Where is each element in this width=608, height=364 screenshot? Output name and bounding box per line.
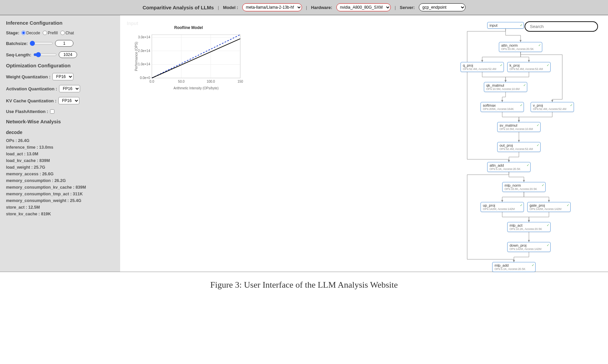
node-title: k_proj (510, 63, 548, 67)
node-title: q_proj (463, 63, 502, 67)
node-sub: OPs:205K, Access:164K (483, 107, 522, 111)
metric-line: memory_consumption : 26.2G (6, 178, 114, 183)
graph-node-gate_proj[interactable]: ✓gate_projOPs:142M, Access:142M (527, 202, 571, 212)
graph-node-softmax[interactable]: ✓softmaxOPs:205K, Access:164K (481, 102, 524, 112)
graph-node-q_proj[interactable]: ✓q_projOPs:52.4M, Access:52.4M (461, 62, 504, 72)
stage-label: Stage: (6, 30, 19, 35)
metric-line: store_kv_cache : 819K (6, 212, 114, 216)
flashattention-label: Use FlashAttention : (6, 109, 48, 114)
metric-line: OPs : 26.4G (6, 138, 114, 143)
node-sub: OPs:52.4M, Access:52.4M (463, 67, 502, 71)
node-sub: OPs:52.4M, Access:52.4M (500, 147, 538, 151)
node-title: out_proj (500, 143, 538, 147)
hardware-select[interactable]: nvidia_A800_80G_SXM (336, 3, 391, 11)
graph-node-mlp_add[interactable]: ✓mlp_addOPs:5.1K, Access:20.5K (492, 262, 536, 272)
weight-quant-select[interactable]: FP16 (52, 73, 73, 80)
inference-config-title: Inference Configuration (6, 20, 114, 26)
node-title: qk_matmul (486, 83, 525, 87)
sidebar: Inference Configuration Stage: Decode Pr… (0, 15, 120, 272)
svg-text:100.0: 100.0 (207, 80, 215, 83)
separator: | (306, 5, 307, 10)
graph-node-mlp_act[interactable]: ✓mlp_actOPs:10.2K, Access:20.5K (507, 222, 551, 232)
node-title: down_proj (510, 243, 548, 247)
stage-decode-radio[interactable] (21, 31, 26, 35)
graph-node-out_proj[interactable]: ✓out_projOPs:52.4M, Access:52.4M (497, 142, 541, 152)
check-icon: ✓ (547, 223, 549, 227)
chart-svg: 0.050.0100.01500.0e+01.0e+142.0e+143.0e+… (133, 31, 244, 91)
node-title: mlp_add (495, 263, 533, 267)
graph-node-attn_norm[interactable]: ✓attn_normOPs:33.8K, Access:20.5K (499, 42, 542, 52)
metric-line: memory_consumption_kv_cache : 839M (6, 185, 114, 190)
check-icon: ✓ (500, 63, 503, 67)
kvcache-quant-label: KV Cache Quantization : (6, 98, 56, 103)
metric-line: store_act : 12.5M (6, 205, 114, 210)
node-sub: OPs:142M, Access:142M (483, 207, 522, 211)
activation-quant-label: Activation Quantization : (6, 86, 57, 91)
check-icon: ✓ (538, 43, 541, 47)
node-sub: OPs:33.8K, Access:20.5K (501, 47, 540, 51)
check-icon: ✓ (527, 163, 529, 167)
node-title: attn_add (490, 163, 528, 167)
activation-quant-select[interactable]: FP16 (59, 85, 80, 92)
check-icon: ✓ (537, 143, 539, 147)
graph-node-v_proj[interactable]: ✓v_projOPs:52.4M, Access:52.4M (531, 102, 574, 112)
node-sub: OPs:10.5M, Access:10.6M (500, 127, 538, 131)
metric-line: inference_time : 13.0ms (6, 145, 114, 150)
seqlen-slider[interactable] (33, 52, 57, 57)
opt-config-title: Optimization Configuration (6, 63, 114, 68)
model-label: Model : (223, 5, 238, 10)
node-title: sv_matmul (500, 123, 538, 127)
graph-node-k_proj[interactable]: ✓k_projOPs:52.4M, Access:52.4M (507, 62, 551, 72)
weight-quant-label: Weight Quantization : (6, 74, 50, 79)
node-sub: OPs:33.8K, Access:20.5K (505, 187, 543, 191)
graph-node-input[interactable]: ✓input (487, 22, 524, 29)
check-icon: ✓ (520, 23, 523, 27)
batchsize-slider[interactable] (30, 41, 53, 46)
node-sub: OPs:10.2K, Access:20.5K (510, 227, 548, 231)
node-sub: OPs:52.4M, Access:52.4M (533, 107, 572, 111)
graph-node-attn_add[interactable]: ✓attn_addOPs:5.1K, Access:20.5K (487, 162, 531, 172)
seqlen-label: Seq-Length: (6, 52, 31, 57)
stage-chat-radio[interactable] (60, 31, 65, 35)
stage-chat-label: Chat (65, 31, 74, 35)
separator: | (395, 5, 396, 10)
check-icon: ✓ (537, 123, 539, 127)
server-select[interactable]: gcp_endpoint (419, 3, 466, 11)
svg-text:0.0: 0.0 (149, 80, 154, 83)
svg-text:1.0e+14: 1.0e+14 (138, 62, 150, 66)
node-sub: OPs:52.4M, Access:52.4M (510, 67, 548, 71)
separator: | (218, 5, 219, 10)
node-sub: OPs:5.1K, Access:20.5K (495, 267, 533, 271)
svg-text:0.0e+0: 0.0e+0 (140, 76, 150, 80)
seqlen-input[interactable] (59, 51, 77, 58)
svg-text:Performance (OPS): Performance (OPS) (134, 42, 138, 71)
network-analysis-mode: decode (6, 130, 114, 135)
stage-radio-group: Decode Prefill Chat (21, 31, 76, 35)
metrics-list: OPs : 26.4Ginference_time : 13.0msload_a… (6, 138, 114, 216)
node-sub: OPs:142M, Access:142M (530, 207, 568, 211)
graph-node-sv_matmul[interactable]: ✓sv_matmulOPs:10.5M, Access:10.6M (497, 122, 541, 132)
graph-node-up_proj[interactable]: ✓up_projOPs:142M, Access:142M (481, 202, 524, 212)
batchsize-input[interactable] (55, 40, 73, 47)
check-icon: ✓ (532, 263, 534, 267)
node-title: gate_proj (530, 203, 568, 207)
chart-title: Roofline Model (133, 25, 244, 30)
node-title: attn_norm (501, 43, 540, 47)
graph-node-down_proj[interactable]: ✓down_projOPs:142M, Access:142M (507, 242, 551, 252)
flashattention-checkbox[interactable] (50, 109, 54, 114)
check-icon: ✓ (520, 203, 523, 207)
graph-node-qk_matmul[interactable]: ✓qk_matmulOPs:10.5M, Access:10.6M (484, 82, 527, 92)
hardware-label: Hardware: (311, 5, 332, 10)
stage-prefill-radio[interactable] (43, 31, 47, 35)
page-title: Comparitive Analysis of LLMs (142, 5, 214, 10)
model-select[interactable]: meta-llama/Llama-2-13b-hf (242, 3, 302, 11)
batchsize-label: Batchsize: (6, 41, 28, 46)
metric-line: load_act : 13.0M (6, 152, 114, 156)
server-label: Server: (400, 5, 415, 10)
network-analysis-title: Network-Wise Analysis (6, 119, 114, 124)
header-bar: Comparitive Analysis of LLMs | Model : m… (0, 0, 608, 15)
kvcache-quant-select[interactable]: FP16 (58, 97, 79, 104)
graph-node-mlp_norm[interactable]: ✓mlp_normOPs:33.8K, Access:20.5K (502, 182, 546, 192)
svg-text:2.0e+14: 2.0e+14 (138, 49, 150, 53)
figure-caption: Figure 3: User Interface of the LLM Anal… (0, 272, 608, 293)
